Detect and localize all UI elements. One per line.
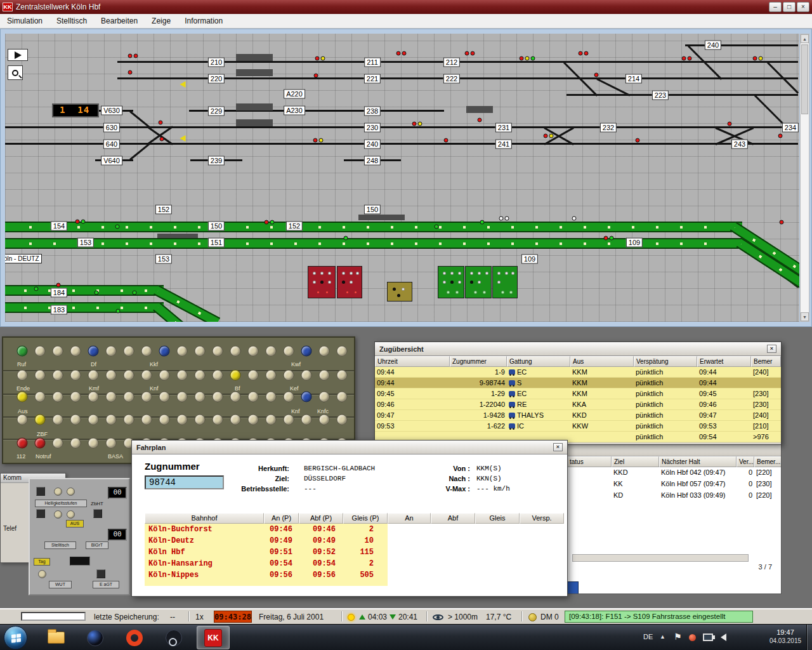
- comm-button[interactable]: [141, 346, 152, 357]
- show-desktop-button[interactable]: [806, 625, 812, 650]
- comm-button[interactable]: [248, 346, 259, 357]
- panel-round-button[interactable]: [38, 570, 46, 578]
- track-label-222[interactable]: 222: [443, 74, 460, 84]
- comm-button[interactable]: [337, 370, 348, 381]
- comm-button[interactable]: [70, 438, 81, 449]
- comm-button[interactable]: [159, 392, 170, 402]
- play-button[interactable]: [8, 49, 28, 61]
- detail-column-header[interactable]: Ver...: [737, 456, 754, 467]
- track-label-109[interactable]: 109: [626, 238, 643, 248]
- comm-button[interactable]: [141, 370, 152, 381]
- signal-icon[interactable]: [265, 220, 269, 225]
- comm-button[interactable]: [35, 370, 46, 381]
- panel-round-button[interactable]: [67, 488, 75, 496]
- fahrplan-column-header[interactable]: An (P): [264, 513, 299, 524]
- comm-button[interactable]: [213, 415, 223, 425]
- signal-icon[interactable]: [444, 138, 449, 143]
- track-label-109[interactable]: 109: [521, 255, 538, 264]
- partial-blue-button[interactable]: [567, 581, 579, 594]
- track-label-150[interactable]: 150: [364, 205, 381, 215]
- track-label-152[interactable]: 152: [286, 222, 303, 231]
- signal-icon[interactable]: [572, 216, 577, 221]
- comm-button[interactable]: [230, 370, 241, 381]
- close-button[interactable]: ×: [797, 2, 809, 12]
- signal-icon[interactable]: [34, 287, 39, 291]
- track-label-150[interactable]: 150: [208, 222, 225, 231]
- signal-icon[interactable]: [418, 122, 422, 126]
- zug-table-row[interactable]: 09:451-29ECKKMpünktlich09:45[230]: [375, 388, 781, 399]
- comm-button[interactable]: [53, 438, 63, 449]
- signal-icon[interactable]: [314, 74, 318, 78]
- volume-icon[interactable]: [721, 633, 726, 641]
- signal-icon[interactable]: [412, 122, 417, 126]
- track-label-210[interactable]: 210: [208, 58, 225, 67]
- fahrplan-column-header[interactable]: Versp.: [520, 513, 564, 524]
- comm-button[interactable]: [248, 392, 259, 402]
- panel-square-button[interactable]: [93, 509, 102, 518]
- relay-group-panel[interactable]: [337, 266, 362, 298]
- signal-icon[interactable]: [319, 138, 324, 143]
- comm-button[interactable]: [213, 392, 223, 402]
- track-label-153[interactable]: 153: [77, 238, 94, 248]
- comm-button[interactable]: [301, 346, 312, 357]
- comm-button[interactable]: [159, 346, 170, 357]
- comm-button[interactable]: [17, 392, 28, 402]
- track-label-152[interactable]: 152: [155, 205, 172, 215]
- zug-table-row[interactable]: 09:531-622ICKKWpünktlich09:53[210]: [375, 421, 781, 432]
- track-label-221[interactable]: 221: [364, 74, 381, 84]
- signal-icon[interactable]: [344, 236, 348, 241]
- track-label-151[interactable]: 151: [208, 238, 225, 248]
- scroll-down-icon[interactable]: ▼: [801, 312, 809, 321]
- panel-square-button[interactable]: [36, 509, 45, 518]
- panel-square-button[interactable]: [96, 569, 105, 578]
- comm-button[interactable]: [284, 346, 294, 357]
- comm-button[interactable]: [248, 370, 259, 381]
- comm-button[interactable]: [266, 346, 277, 357]
- comm-button[interactable]: [177, 392, 188, 402]
- comm-button[interactable]: [124, 415, 134, 425]
- signal-icon[interactable]: [584, 51, 589, 56]
- track-label-184[interactable]: 184: [51, 288, 67, 298]
- signal-icon[interactable]: [465, 51, 469, 56]
- track-label-239[interactable]: 239: [208, 156, 225, 166]
- fahrplan-table-row[interactable]: Köln-Hansaring09:5409:542: [145, 558, 388, 569]
- signal-icon[interactable]: [435, 225, 439, 229]
- taskbar-explorer-button[interactable]: [39, 626, 72, 649]
- signal-icon[interactable]: [128, 54, 133, 58]
- zuguebersicht-titlebar[interactable]: Zugübersicht ×: [375, 342, 781, 356]
- track-label-229[interactable]: 229: [208, 107, 225, 116]
- comm-button[interactable]: [337, 392, 348, 402]
- comm-button[interactable]: [319, 415, 330, 425]
- tray-app-icon[interactable]: [689, 634, 696, 641]
- action-center-flag-icon[interactable]: ⚑: [674, 632, 682, 642]
- comm-button[interactable]: [177, 415, 188, 425]
- menu-bearbeiten[interactable]: Bearbeiten: [94, 15, 145, 27]
- comm-button[interactable]: [70, 346, 81, 357]
- track-vertical-scrollbar[interactable]: ▲ ▼: [800, 34, 809, 322]
- track-label-240[interactable]: 240: [705, 41, 721, 50]
- signal-icon[interactable]: [499, 216, 504, 221]
- signal-icon[interactable]: [270, 220, 275, 225]
- comm-button[interactable]: [106, 438, 117, 449]
- comm-button[interactable]: [53, 392, 63, 402]
- relay-group-panel[interactable]: [308, 266, 336, 298]
- zug-column-header[interactable]: Erwartet: [697, 356, 751, 367]
- comm-button[interactable]: [88, 392, 99, 402]
- zug-column-header[interactable]: Zugnummer: [450, 356, 507, 367]
- comm-button[interactable]: [106, 370, 117, 381]
- comm-button[interactable]: [266, 392, 277, 402]
- comm-button[interactable]: [284, 415, 294, 425]
- zugnummer-input[interactable]: 98744: [145, 475, 224, 489]
- signal-icon[interactable]: [780, 220, 784, 225]
- signal-icon[interactable]: [471, 51, 475, 56]
- track-label-243[interactable]: 243: [731, 140, 748, 149]
- comm-button[interactable]: [230, 346, 241, 357]
- fahrplan-column-header[interactable]: Abf (P): [299, 513, 343, 524]
- signal-icon[interactable]: [115, 225, 120, 229]
- panel-round-button[interactable]: [54, 510, 62, 519]
- menu-zeige[interactable]: Zeige: [145, 15, 178, 27]
- signal-icon[interactable]: [315, 56, 320, 61]
- track-label-240[interactable]: 240: [364, 140, 381, 149]
- zug-column-header[interactable]: Verspätung: [634, 356, 697, 367]
- comm-button[interactable]: [53, 370, 63, 381]
